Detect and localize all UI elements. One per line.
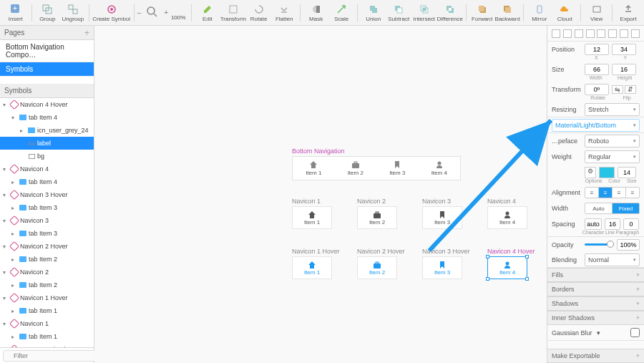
layer-row[interactable]: ▾Navicon 1 Hover [0, 291, 94, 304]
toolbar-union[interactable]: Union [361, 4, 386, 22]
layer-row[interactable]: ▾Navicon 4 Hover [0, 98, 94, 111]
layer-row[interactable]: ▾Navicon 4 [0, 163, 94, 175]
align-left-icon[interactable] [552, 29, 560, 38]
width-mode-segment[interactable]: AutoFixed [585, 203, 640, 214]
toolbar-zoom[interactable]: – + [137, 6, 168, 19]
opacity-slider[interactable] [585, 243, 614, 246]
artboard-navicon[interactable]: Item 1 [292, 206, 332, 229]
artboard-navicon[interactable]: Item 2 [357, 206, 397, 229]
chevron-right-icon[interactable]: ▸ [11, 282, 17, 289]
artboard-navicon-hover[interactable]: Item 4 [487, 256, 527, 279]
selection-handle[interactable] [525, 255, 529, 258]
typeface-select[interactable]: Roboto▾ [585, 135, 640, 147]
toolbar-cloud[interactable]: Cloud [552, 4, 577, 22]
layer-row[interactable]: ▾tab Item 4 [0, 111, 94, 124]
toolbar-forward[interactable]: Forward [469, 4, 495, 22]
artboard-bottom-nav[interactable]: Item 1 Item 2 Item 3 Item 4 [292, 156, 461, 180]
toolbar-difference[interactable]: Difference [437, 4, 463, 22]
artboard-navicon-hover[interactable]: Item 1 [292, 256, 332, 279]
chevron-right-icon[interactable]: ▸ [20, 127, 26, 134]
layer-row[interactable]: ▾Navicon 1 [0, 317, 94, 330]
chevron-right-icon[interactable]: ▸ [11, 256, 17, 263]
char-spacing-input[interactable] [585, 218, 602, 230]
text-align-segment[interactable]: ≡≡≡≡ [585, 187, 640, 198]
canvas[interactable]: Bottom Navigation Item 1 Item 2 Item 3 I… [94, 26, 547, 363]
layer-row[interactable]: ▾Navicon 3 Hover [0, 188, 94, 201]
artboard-label[interactable]: Navicon 1 [292, 198, 321, 205]
weight-select[interactable]: Regular▾ [585, 150, 640, 163]
page-row[interactable]: Bottom Navigation Compo… [0, 40, 94, 62]
toolbar-create-symbol[interactable]: Create Symbol [92, 4, 131, 22]
toolbar-export[interactable]: Export [615, 4, 641, 22]
artboard-navicon-hover[interactable]: Item 2 [357, 256, 397, 279]
layer-row[interactable]: ▸tab Item 4 [0, 175, 94, 188]
toolbar-flatten[interactable]: Flatten [271, 4, 297, 22]
artboard-label[interactable]: Navicon 2 [357, 198, 386, 205]
chevron-right-icon[interactable]: ▸ [11, 205, 17, 211]
layer-row[interactable]: ▸tab Item 3 [0, 201, 94, 214]
artboard-label[interactable]: Navicon 1 Hover [292, 248, 340, 255]
line-spacing-input[interactable] [605, 218, 620, 230]
blur-checkbox[interactable] [630, 328, 640, 337]
chevron-down-icon[interactable]: ▾ [3, 166, 9, 173]
inner-shadows-header[interactable]: Inner Shadows+ [547, 311, 644, 325]
layer-row[interactable]: ▾Navicon 2 [0, 266, 94, 279]
align-bottom-icon[interactable] [608, 29, 617, 38]
flip-v-icon[interactable]: ⇵ [625, 85, 636, 94]
toolbar-intersect[interactable]: Intersect [411, 4, 437, 22]
zoom-value[interactable]: 100% [168, 4, 188, 21]
page-row-selected[interactable]: Symbols [0, 62, 94, 77]
resizing-select[interactable]: Stretch▾ [585, 103, 640, 116]
selection-handle[interactable] [486, 277, 489, 281]
toolbar-scale[interactable]: Scale [328, 4, 354, 22]
artboard-label[interactable]: Bottom Navigation [292, 147, 345, 155]
add-page-icon[interactable]: + [84, 28, 89, 38]
layer-row[interactable]: ▸tab Item 3 [0, 227, 94, 240]
layer-row[interactable]: ▸icn_user_grey_24 [0, 124, 94, 137]
chevron-right-icon[interactable]: ▸ [11, 308, 17, 314]
chevron-right-icon[interactable]: ▸ [11, 231, 17, 237]
toolbar-edit[interactable]: Edit [195, 4, 220, 22]
toolbar-group[interactable]: Group [34, 4, 60, 22]
layer-row[interactable]: ▾Navicon 2 Hover [0, 240, 94, 253]
filter-input[interactable] [3, 350, 97, 362]
chevron-down-icon[interactable]: ▾ [11, 115, 17, 121]
distribute-h-icon[interactable] [620, 29, 628, 38]
chevron-down-icon[interactable]: ▾ [3, 269, 9, 276]
make-exportable-header[interactable]: Make Exportable+ [547, 349, 644, 363]
chevron-down-icon[interactable]: ▾ [3, 295, 9, 301]
chevron-right-icon[interactable]: ▸ [11, 334, 17, 340]
align-right-icon[interactable] [575, 29, 583, 38]
borders-header[interactable]: Borders+ [547, 282, 644, 296]
options-icon[interactable]: ⚙ [585, 167, 596, 178]
artboard-label[interactable]: Navicon 2 Hover [357, 248, 405, 255]
align-center-v-icon[interactable] [597, 29, 605, 38]
chevron-down-icon[interactable]: ▾ [3, 218, 9, 224]
fills-header[interactable]: Fills+ [547, 268, 644, 282]
layer-row[interactable]: ▸tab Item 1 [0, 330, 94, 343]
para-spacing-input[interactable] [623, 218, 639, 230]
align-center-h-icon[interactable] [563, 29, 572, 38]
height-input[interactable] [612, 64, 636, 75]
symbol-source-field[interactable]: Material/Light/Bottom▾ [552, 119, 640, 132]
layer-row[interactable]: ▸tab Item 1 [0, 304, 94, 317]
position-x-input[interactable] [585, 44, 609, 55]
layer-row[interactable]: ▸tab Item 2 [0, 279, 94, 291]
zoom-out-icon[interactable]: – [137, 9, 142, 16]
toolbar-insert[interactable]: + Insert [3, 4, 29, 22]
align-top-icon[interactable] [586, 29, 595, 38]
flip-h-icon[interactable]: ⇋ [612, 85, 623, 94]
toolbar-mirror[interactable]: Mirror [527, 4, 552, 22]
toolbar-rotate[interactable]: Rotate [246, 4, 272, 22]
artboard-navicon-hover[interactable]: Item 3 [422, 256, 462, 279]
font-size-input[interactable] [618, 167, 636, 178]
toolbar-ungroup[interactable]: Ungroup [60, 4, 86, 22]
width-input[interactable] [585, 64, 609, 75]
rotate-input[interactable] [585, 84, 609, 95]
layer-row[interactable]: ▸tab Item 2 [0, 253, 94, 266]
shadows-header[interactable]: Shadows+ [547, 296, 644, 311]
chevron-right-icon[interactable]: ▸ [11, 179, 17, 185]
toolbar-transform[interactable]: Transform [220, 4, 246, 22]
toolbar-mask[interactable]: Mask [303, 4, 329, 22]
selection-handle[interactable] [525, 277, 529, 281]
